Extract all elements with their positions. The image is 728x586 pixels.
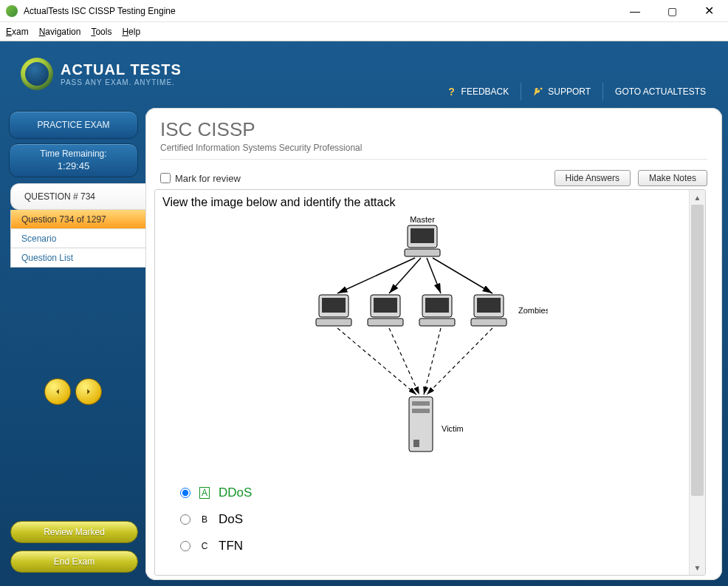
window-title: ActualTests ISC CISSP Testing Engine	[24, 6, 622, 16]
brand-title: ACTUAL TESTS	[61, 61, 182, 78]
divider	[160, 159, 707, 160]
svg-line-6	[433, 258, 492, 293]
sidebar-item-label: Scenario	[21, 234, 56, 244]
scroll-track[interactable]	[691, 205, 704, 560]
timer-pill: Time Remaining: 1:29:45	[9, 143, 138, 177]
practice-exam-pill[interactable]: PRACTICE EXAM	[9, 111, 138, 139]
answer-option-b[interactable]: B DoS	[162, 506, 681, 533]
answer-radio-b[interactable]	[180, 514, 190, 525]
sidebar-item-label: Question List	[21, 253, 73, 263]
svg-rect-24	[412, 401, 430, 406]
sidebar-item-question-list[interactable]: Question List	[11, 248, 145, 268]
prev-question-button[interactable]	[44, 378, 71, 405]
timer-label: Time Remaining:	[40, 148, 106, 160]
link-goto-label: GOTO ACTUALTESTS	[615, 86, 706, 97]
link-support-label: SUPPORT	[548, 86, 591, 97]
question-icon: ?	[447, 86, 457, 97]
sidebar-item-scenario[interactable]: Scenario	[11, 229, 145, 248]
svg-rect-11	[374, 298, 397, 313]
vertical-scrollbar[interactable]: ▲ ▼	[689, 190, 705, 575]
diagram-victim-label: Victim	[442, 424, 464, 433]
svg-rect-15	[419, 318, 455, 326]
svg-rect-25	[412, 409, 430, 413]
answer-letter: B	[199, 514, 210, 525]
svg-rect-8	[322, 298, 346, 313]
answer-letter: A	[199, 487, 210, 499]
main-panel: ISC CISSP Certified Information Systems …	[145, 108, 722, 580]
make-notes-button[interactable]: Make Notes	[638, 170, 707, 186]
mark-for-review-checkbox[interactable]	[160, 173, 171, 183]
diagram-zombies-label: Zombies	[518, 306, 548, 315]
answer-option-c[interactable]: C TFN	[162, 533, 681, 559]
answer-option-a[interactable]: A DDoS	[162, 480, 681, 506]
svg-rect-18	[471, 318, 506, 326]
mark-for-review[interactable]: Mark for review	[160, 173, 241, 184]
practice-exam-label: PRACTICE EXAM	[37, 120, 109, 130]
svg-line-22	[427, 328, 492, 395]
chevron-left-icon	[52, 386, 63, 397]
review-marked-label: Review Marked	[44, 527, 105, 537]
app-icon	[6, 5, 18, 17]
svg-rect-12	[368, 318, 403, 326]
link-goto-actualtests[interactable]: GOTO ACTUALTESTS	[602, 83, 718, 100]
link-feedback-label: FEEDBACK	[461, 86, 509, 97]
answer-radio-c[interactable]	[180, 541, 190, 551]
chevron-right-icon	[83, 386, 94, 397]
svg-rect-1	[411, 228, 434, 243]
question-number-text: QUESTION # 734	[24, 191, 95, 202]
question-toolbar: Mark for review Hide Answers Make Notes	[145, 166, 722, 191]
wrench-icon	[533, 86, 543, 97]
header-band: ACTUAL TESTS PASS ANY EXAM. ANYTIME. ? F…	[0, 41, 728, 108]
mark-for-review-label: Mark for review	[175, 173, 241, 184]
menu-navigation[interactable]: Navigation	[39, 27, 81, 37]
sidebar-item-question-position[interactable]: Question 734 of 1297	[11, 210, 145, 229]
next-question-button[interactable]	[75, 378, 102, 405]
menu-help[interactable]: Help	[122, 27, 140, 37]
exam-subtitle: Certified Information Systems Security P…	[160, 143, 707, 153]
svg-line-3	[337, 258, 415, 293]
sidebar-list: Question 734 of 1297 Scenario Question L…	[10, 210, 145, 268]
close-button[interactable]: ✕	[696, 4, 722, 18]
svg-line-4	[389, 258, 421, 293]
svg-line-5	[427, 258, 441, 293]
sidebar-item-label: Question 734 of 1297	[21, 214, 106, 225]
menu-tools[interactable]: Tools	[91, 27, 111, 37]
link-support[interactable]: SUPPORT	[521, 83, 602, 100]
svg-line-21	[424, 328, 441, 395]
svg-rect-2	[405, 249, 440, 256]
answer-letter: C	[199, 541, 210, 551]
scroll-down-button[interactable]: ▼	[690, 560, 705, 575]
link-feedback[interactable]: ? FEEDBACK	[435, 83, 521, 100]
svg-rect-17	[477, 298, 501, 313]
minimize-button[interactable]: —	[622, 4, 648, 18]
question-area: View the image below and identify the at…	[154, 189, 706, 576]
svg-rect-14	[425, 298, 449, 313]
brand-logo: ACTUAL TESTS PASS ANY EXAM. ANYTIME.	[21, 58, 182, 90]
brand-tagline: PASS ANY EXAM. ANYTIME.	[61, 78, 182, 86]
scroll-thumb[interactable]	[691, 205, 704, 496]
answer-text: DDoS	[219, 486, 252, 500]
question-number-header: QUESTION # 734	[10, 183, 145, 210]
end-exam-button[interactable]: End Exam	[10, 551, 138, 573]
exam-title: ISC CISSP	[160, 118, 707, 141]
answer-text: TFN	[219, 539, 243, 553]
menubar: Exam Navigation Tools Help	[0, 22, 728, 41]
brand-logo-icon	[21, 58, 53, 90]
end-exam-label: End Exam	[54, 556, 95, 567]
timer-value: 1:29:45	[58, 160, 89, 173]
diagram-master-label: Master	[410, 215, 435, 224]
svg-rect-9	[316, 318, 351, 326]
sidebar: PRACTICE EXAM Time Remaining: 1:29:45 QU…	[0, 108, 145, 586]
menu-exam[interactable]: Exam	[6, 27, 29, 37]
review-marked-button[interactable]: Review Marked	[10, 521, 138, 543]
answer-list: A DDoS B DoS C TFN	[162, 480, 681, 559]
titlebar: ActualTests ISC CISSP Testing Engine — ▢…	[0, 0, 728, 22]
hide-answers-button[interactable]: Hide Answers	[554, 170, 631, 186]
answer-radio-a[interactable]	[180, 488, 190, 498]
attack-diagram: Master	[297, 214, 548, 465]
maximize-button[interactable]: ▢	[659, 4, 685, 18]
scroll-up-button[interactable]: ▲	[690, 190, 705, 205]
question-text: View the image below and identify the at…	[162, 196, 681, 209]
svg-rect-26	[413, 440, 419, 447]
answer-text: DoS	[219, 512, 243, 527]
